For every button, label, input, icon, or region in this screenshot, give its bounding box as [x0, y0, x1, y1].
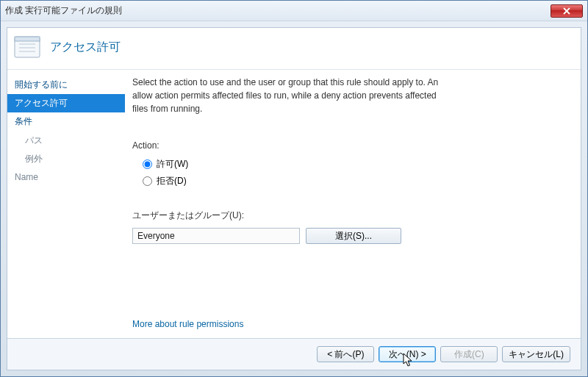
user-or-group-field[interactable]: [132, 228, 300, 244]
step-before-you-begin[interactable]: 開始する前に: [7, 76, 125, 94]
user-or-group-row: 選択(S)...: [132, 228, 559, 244]
titlebar: 作成 実行可能ファイルの規則: [1, 1, 587, 21]
window-title: 作成 実行可能ファイルの規則: [5, 4, 551, 17]
radio-deny[interactable]: [143, 176, 152, 186]
radio-allow-label: 許可(W): [157, 158, 188, 170]
step-conditions[interactable]: 条件: [7, 112, 125, 131]
permissions-icon: [13, 34, 43, 60]
back-button[interactable]: < 前へ(P): [317, 346, 374, 362]
radio-deny-label: 拒否(D): [157, 175, 187, 187]
wizard-steps-list: 開始する前に アクセス許可 条件 パス 例外 Name: [7, 70, 125, 338]
step-name[interactable]: Name: [7, 168, 125, 187]
svg-rect-3: [15, 37, 40, 41]
cancel-button[interactable]: キャンセル(L): [502, 346, 570, 362]
more-about-permissions-link[interactable]: More about rule permissions: [132, 319, 243, 329]
wizard-body: アクセス許可 開始する前に アクセス許可 条件 パス 例外 Name Selec…: [7, 27, 581, 370]
radio-allow-row[interactable]: 許可(W): [143, 158, 559, 170]
window-close-button[interactable]: [551, 4, 583, 18]
action-radio-group: 許可(W) 拒否(D): [143, 158, 559, 187]
wizard-window: 作成 実行可能ファイルの規則 アクセス許可 開始する前: [0, 0, 588, 377]
radio-deny-row[interactable]: 拒否(D): [143, 175, 559, 187]
close-icon: [563, 7, 570, 15]
step-exceptions[interactable]: 例外: [7, 150, 125, 168]
step-permissions[interactable]: アクセス許可: [7, 94, 125, 112]
step-panel: Select the action to use and the user or…: [125, 70, 581, 338]
next-button[interactable]: 次へ(N) >: [379, 346, 436, 362]
select-user-button[interactable]: 選択(S)...: [306, 228, 401, 244]
user-or-group-label: ユーザーまたはグループ(U):: [132, 209, 559, 222]
create-button: 作成(C): [440, 346, 498, 362]
radio-allow[interactable]: [143, 159, 152, 169]
wizard-header: アクセス許可: [7, 28, 581, 70]
page-title: アクセス許可: [50, 40, 121, 55]
wizard-footer: < 前へ(P) 次へ(N) > 作成(C) キャンセル(L): [7, 338, 581, 370]
action-label: Action:: [132, 140, 559, 151]
description-text: Select the action to use and the user or…: [132, 76, 448, 115]
wizard-content: 開始する前に アクセス許可 条件 パス 例外 Name Select the a…: [7, 70, 581, 338]
step-path[interactable]: パス: [7, 132, 125, 150]
